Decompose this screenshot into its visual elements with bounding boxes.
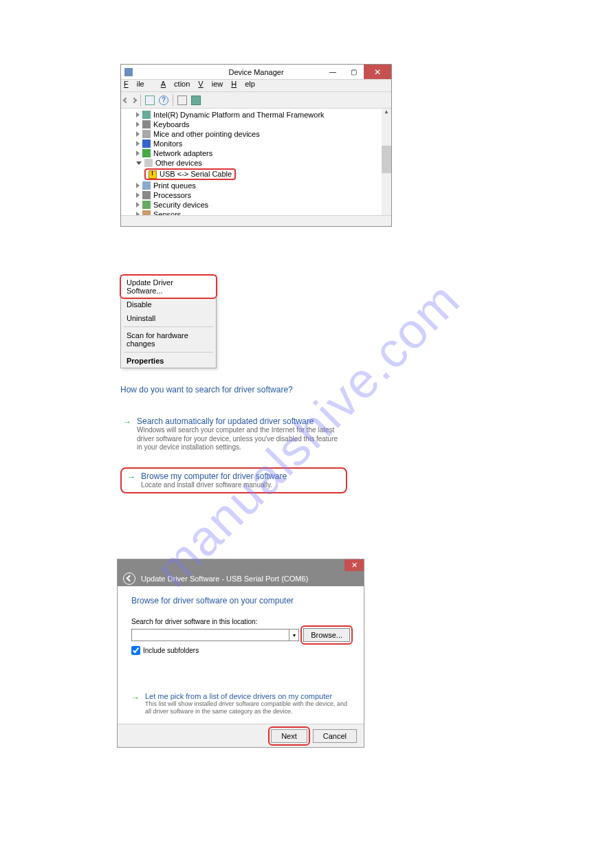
- context-menu: Update Driver Software... Disable Uninst…: [120, 275, 217, 368]
- expand-icon[interactable]: [136, 202, 140, 208]
- browse-button[interactable]: Browse...: [303, 628, 350, 642]
- option-desc: Windows will search your computer and th…: [137, 426, 344, 452]
- next-button[interactable]: Next: [271, 729, 307, 743]
- expand-icon[interactable]: [136, 192, 140, 198]
- device-manager-window: Device Manager — ▢ ✕ File Action View He…: [120, 64, 392, 227]
- menu-help[interactable]: Help: [231, 80, 255, 91]
- titlebar: Device Manager — ▢ ✕: [121, 65, 391, 80]
- dialog-header: Update Driver Software - USB Serial Port…: [118, 571, 364, 586]
- dialog-footer: Next Cancel: [118, 724, 364, 747]
- checkbox-label: Include subfolders: [143, 647, 199, 654]
- include-subfolders-checkbox[interactable]: Include subfolders: [131, 646, 350, 655]
- help-icon[interactable]: ?: [159, 96, 168, 105]
- tree-item[interactable]: Other devices: [155, 159, 202, 167]
- keyboard-icon: [142, 120, 151, 129]
- tree-item[interactable]: Sensors: [153, 210, 181, 215]
- scroll-up-icon[interactable]: ▲: [382, 109, 391, 118]
- checkbox[interactable]: [131, 646, 140, 655]
- network-icon: [142, 149, 151, 157]
- expand-icon[interactable]: [136, 112, 140, 118]
- toolbar: ?: [121, 92, 391, 109]
- monitor-icon: [142, 140, 151, 148]
- expand-icon[interactable]: [136, 122, 140, 127]
- window-title: Device Manager: [228, 68, 283, 76]
- sensor-icon: [142, 210, 151, 215]
- expand-icon[interactable]: [136, 141, 140, 146]
- menu-scan[interactable]: Scan for hardware changes: [121, 329, 216, 350]
- option-browse[interactable]: → Browse my computer for driver software…: [120, 467, 347, 494]
- tree-item[interactable]: Keyboards: [153, 120, 190, 129]
- menu-disable[interactable]: Disable: [121, 298, 216, 311]
- option-desc: This list will show installed driver sof…: [145, 700, 350, 716]
- expand-icon[interactable]: [136, 183, 140, 188]
- scroll-thumb[interactable]: [382, 146, 391, 173]
- update-driver-dialog: ✕ Update Driver Software - USB Serial Po…: [117, 559, 364, 748]
- minimize-button[interactable]: —: [322, 65, 343, 79]
- tree-item[interactable]: Mice and other pointing devices: [153, 130, 260, 138]
- separator: [140, 94, 141, 107]
- menu-properties[interactable]: Properties: [121, 354, 216, 368]
- arrow-icon: →: [127, 472, 135, 490]
- scrollbar[interactable]: ▲: [382, 109, 391, 215]
- separator: [173, 94, 173, 107]
- app-icon: [124, 68, 133, 76]
- option-title: Browse my computer for driver software: [141, 471, 287, 481]
- arrow-icon: →: [131, 693, 140, 716]
- device-tree: Intel(R) Dynamic Platform and Thermal Fr…: [121, 109, 391, 215]
- window-controls: — ▢ ✕: [322, 65, 391, 79]
- dialog-title: Update Driver Software - USB Serial Port…: [141, 575, 308, 583]
- printer-icon: [142, 181, 151, 190]
- expand-icon[interactable]: [136, 212, 140, 215]
- option-title: Let me pick from a list of device driver…: [145, 692, 350, 700]
- collapse-icon[interactable]: [136, 162, 142, 165]
- menu-file[interactable]: File: [124, 80, 153, 91]
- separator: [124, 352, 213, 353]
- menu-update-driver[interactable]: Update Driver Software...: [121, 276, 216, 298]
- tree-item[interactable]: Intel(R) Dynamic Platform and Thermal Fr…: [153, 111, 325, 119]
- properties-icon[interactable]: [177, 96, 187, 105]
- driver-search-prompt: How do you want to search for driver sof…: [120, 385, 347, 506]
- expand-icon[interactable]: [136, 131, 140, 137]
- expand-icon[interactable]: [136, 151, 140, 156]
- other-icon: [144, 159, 153, 167]
- menu-action[interactable]: Action: [161, 80, 190, 91]
- maximize-button[interactable]: ▢: [343, 65, 364, 79]
- platform-icon: [142, 111, 151, 119]
- option-desc: Locate and install driver software manua…: [141, 481, 287, 490]
- cpu-icon: [142, 191, 151, 199]
- tree-item[interactable]: Monitors: [153, 140, 182, 148]
- dropdown-icon[interactable]: ▾: [289, 629, 299, 641]
- location-input[interactable]: [131, 629, 289, 641]
- option-auto-search[interactable]: → Search automatically for updated drive…: [120, 414, 347, 455]
- location-label: Search for driver software in this locat…: [131, 618, 350, 625]
- back-button[interactable]: [123, 572, 135, 585]
- menubar: File Action View Help: [121, 80, 391, 92]
- option-pick-driver[interactable]: → Let me pick from a list of device driv…: [131, 692, 350, 716]
- close-button[interactable]: ✕: [364, 65, 391, 79]
- arrow-icon: →: [123, 417, 131, 452]
- scan-icon[interactable]: [191, 96, 201, 105]
- menu-uninstall[interactable]: Uninstall: [121, 311, 216, 325]
- security-icon: [142, 201, 151, 209]
- menu-view[interactable]: View: [198, 80, 223, 91]
- tree-item[interactable]: Processors: [153, 191, 191, 199]
- warning-icon: [149, 170, 157, 179]
- tree-item[interactable]: Network adapters: [153, 149, 212, 157]
- body-title: Browse for driver software on your compu…: [131, 596, 350, 605]
- tree-item[interactable]: Print queues: [153, 181, 196, 190]
- dialog-body: Browse for driver software on your compu…: [118, 586, 364, 716]
- close-button[interactable]: ✕: [344, 559, 364, 571]
- cancel-button[interactable]: Cancel: [313, 729, 357, 743]
- tree-item[interactable]: Security devices: [153, 201, 208, 209]
- highlighted-device[interactable]: USB <-> Serial Cable: [144, 168, 236, 180]
- forward-icon[interactable]: [131, 97, 137, 102]
- statusbar: [121, 215, 391, 226]
- dialog-closebar: ✕: [118, 559, 364, 571]
- mouse-icon: [142, 130, 151, 138]
- details-icon[interactable]: [145, 96, 155, 105]
- option-title: Search automatically for updated driver …: [137, 416, 344, 426]
- back-icon[interactable]: [123, 97, 129, 102]
- prompt-title: How do you want to search for driver sof…: [120, 385, 347, 394]
- separator: [124, 326, 213, 327]
